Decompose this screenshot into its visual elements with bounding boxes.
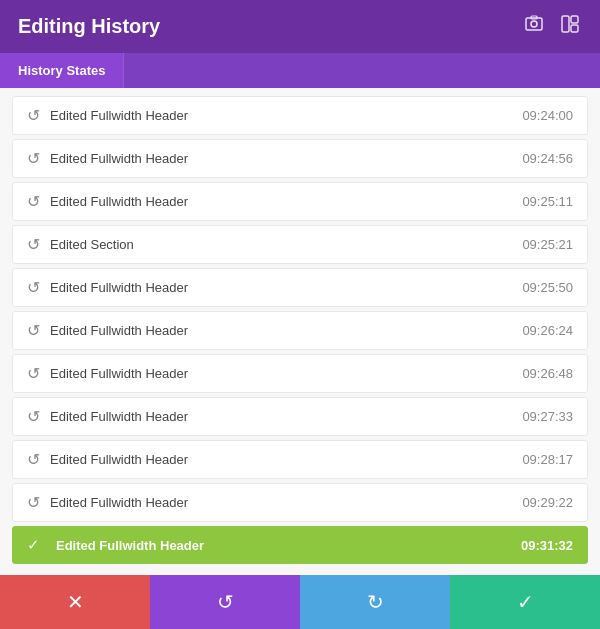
history-item-time: 09:29:22 (522, 495, 573, 510)
undo-history-icon: ↺ (27, 106, 40, 125)
svg-point-1 (531, 21, 537, 27)
history-item-left: ↺Edited Section (27, 235, 134, 254)
history-item-time: 09:26:24 (522, 323, 573, 338)
history-item-left: ↺Edited Fullwidth Header (27, 321, 188, 340)
svg-rect-4 (571, 16, 578, 23)
editing-history-panel: Editing History History States ↺Ed (0, 0, 600, 629)
history-item-label: Edited Fullwidth Header (50, 452, 188, 467)
history-item-left: ↺Edited Fullwidth Header (27, 278, 188, 297)
history-item-left: ↺Edited Fullwidth Header (27, 192, 188, 211)
history-list-item[interactable]: ↺Edited Fullwidth Header09:26:48 (12, 354, 588, 393)
history-item-left: ↺Edited Fullwidth Header (27, 450, 188, 469)
history-item-label: Edited Fullwidth Header (50, 280, 188, 295)
panel-icon[interactable] (558, 12, 582, 41)
history-item-left: ↺Edited Fullwidth Header (27, 364, 188, 383)
confirm-icon: ✓ (517, 590, 534, 614)
history-item-left: ↺Edited Fullwidth Header (27, 149, 188, 168)
history-item-time: 09:31:32 (521, 538, 573, 553)
header-icons (522, 12, 582, 41)
svg-rect-5 (571, 25, 578, 32)
history-item-label: Edited Fullwidth Header (56, 538, 204, 553)
svg-rect-3 (562, 16, 569, 32)
footer: ✕ ↺ ↻ ✓ (0, 575, 600, 629)
history-item-time: 09:28:17 (522, 452, 573, 467)
history-item-time: 09:25:50 (522, 280, 573, 295)
history-list-item[interactable]: ↺Edited Fullwidth Header09:29:22 (12, 483, 588, 522)
header: Editing History (0, 0, 600, 53)
history-item-time: 09:25:21 (522, 237, 573, 252)
page-title: Editing History (18, 15, 160, 38)
tab-bar: History States (0, 53, 600, 88)
undo-history-icon: ↺ (27, 278, 40, 297)
history-item-time: 09:24:00 (522, 108, 573, 123)
undo-history-icon: ↺ (27, 407, 40, 426)
history-item-left: ↺Edited Fullwidth Header (27, 407, 188, 426)
cancel-icon: ✕ (67, 590, 84, 614)
cancel-button[interactable]: ✕ (0, 575, 150, 629)
confirm-button[interactable]: ✓ (450, 575, 600, 629)
history-item-left: ↺Edited Fullwidth Header (27, 493, 188, 512)
history-item-time: 09:24:56 (522, 151, 573, 166)
history-list-item[interactable]: ↺Edited Fullwidth Header09:28:17 (12, 440, 588, 479)
undo-history-icon: ↺ (27, 493, 40, 512)
history-item-label: Edited Section (50, 237, 134, 252)
redo-icon: ↻ (367, 590, 384, 614)
history-list-item[interactable]: ✓Edited Fullwidth Header09:31:32 (12, 526, 588, 564)
screenshot-icon[interactable] (522, 12, 546, 41)
history-item-left: ✓Edited Fullwidth Header (27, 536, 204, 554)
undo-history-icon: ↺ (27, 450, 40, 469)
history-item-label: Edited Fullwidth Header (50, 409, 188, 424)
history-item-left: ↺Edited Fullwidth Header (27, 106, 188, 125)
undo-history-icon: ↺ (27, 235, 40, 254)
history-list-item[interactable]: ↺Edited Fullwidth Header09:24:00 (12, 96, 588, 135)
history-list-item[interactable]: ↺Edited Section09:25:21 (12, 225, 588, 264)
history-list: ↺Edited Fullwidth Header09:24:00↺Edited … (0, 88, 600, 575)
undo-history-icon: ↺ (27, 364, 40, 383)
undo-history-icon: ↺ (27, 321, 40, 340)
history-item-label: Edited Fullwidth Header (50, 495, 188, 510)
history-item-time: 09:27:33 (522, 409, 573, 424)
history-item-label: Edited Fullwidth Header (50, 151, 188, 166)
history-item-label: Edited Fullwidth Header (50, 366, 188, 381)
history-list-item[interactable]: ↺Edited Fullwidth Header09:27:33 (12, 397, 588, 436)
history-list-item[interactable]: ↺Edited Fullwidth Header09:26:24 (12, 311, 588, 350)
undo-history-icon: ↺ (27, 149, 40, 168)
history-list-item[interactable]: ↺Edited Fullwidth Header09:25:50 (12, 268, 588, 307)
undo-history-icon: ↺ (27, 192, 40, 211)
current-check-icon: ✓ (27, 536, 40, 554)
history-item-label: Edited Fullwidth Header (50, 323, 188, 338)
history-list-item[interactable]: ↺Edited Fullwidth Header09:24:56 (12, 139, 588, 178)
undo-icon: ↺ (217, 590, 234, 614)
history-item-label: Edited Fullwidth Header (50, 108, 188, 123)
history-item-label: Edited Fullwidth Header (50, 194, 188, 209)
redo-button[interactable]: ↻ (300, 575, 450, 629)
svg-rect-0 (526, 18, 542, 30)
history-list-item[interactable]: ↺Edited Fullwidth Header09:25:11 (12, 182, 588, 221)
undo-button[interactable]: ↺ (150, 575, 300, 629)
tab-history-states[interactable]: History States (0, 53, 124, 88)
history-item-time: 09:25:11 (522, 194, 573, 209)
history-item-time: 09:26:48 (522, 366, 573, 381)
